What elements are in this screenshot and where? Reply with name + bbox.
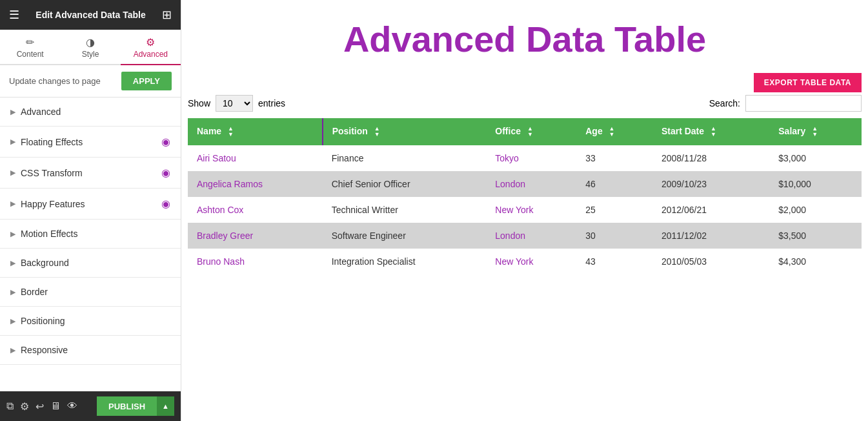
header-office[interactable]: Office ▲▼: [486, 118, 576, 145]
search-label: Search:: [709, 98, 740, 108]
menu-label-happy: Happy Features: [21, 199, 85, 209]
layers-icon[interactable]: ⧉: [6, 400, 14, 412]
cell-age: 30: [576, 223, 652, 249]
publish-dropdown-button[interactable]: ▲: [157, 396, 174, 416]
chevron-icon: ▶: [10, 169, 15, 177]
table-controls: Show 10 25 50 100 entries Search:: [188, 95, 862, 112]
header-start-date-label: Start Date: [661, 126, 704, 136]
tab-advanced-label: Advanced: [134, 50, 168, 59]
header-salary[interactable]: Salary ▲▼: [769, 118, 862, 145]
circle-icon: ◉: [161, 136, 170, 148]
header-age-label: Age: [585, 126, 602, 136]
search-input[interactable]: [745, 95, 862, 112]
menu-item-background[interactable]: ▶ Background: [0, 249, 181, 278]
chevron-icon: ▶: [10, 200, 15, 208]
sort-icon-position: ▲▼: [374, 126, 380, 138]
apply-bar: Update changes to page APPLY: [0, 65, 181, 98]
chevron-icon: ▶: [10, 138, 15, 146]
tab-style[interactable]: ◑ Style: [60, 30, 120, 65]
search-area: Search:: [709, 95, 862, 112]
menu-item-floating-effects[interactable]: ▶ Floating Effects ◉: [0, 127, 181, 158]
table-row: Ashton CoxTechnical WritterNew York25201…: [188, 197, 862, 223]
header-office-label: Office: [495, 126, 521, 136]
cell-office: Tokyo: [486, 145, 576, 171]
export-row: EXPORT TABLE DATA: [188, 73, 862, 92]
table-row: Bruno NashIntegration SpecialistNew York…: [188, 249, 862, 274]
chevron-icon: ▶: [10, 230, 15, 238]
bottom-icons: ⧉ ⚙ ↩ 🖥 👁: [6, 400, 77, 413]
menu-item-border[interactable]: ▶ Border: [0, 278, 181, 307]
page-title-area: Advanced Data Table: [181, 0, 868, 73]
table-row: Bradley GreerSoftware EngineerLondon3020…: [188, 223, 862, 249]
cell-position: Software Engineer: [323, 223, 487, 249]
menu-item-motion-effects[interactable]: ▶ Motion Effects: [0, 220, 181, 249]
show-label: Show: [188, 98, 210, 108]
cell-position: Finance: [323, 145, 487, 171]
table-container: EXPORT TABLE DATA Show 10 25 50 100 entr…: [181, 73, 868, 421]
table-body: Airi SatouFinanceTokyo332008/11/28$3,000…: [188, 145, 862, 274]
entries-select[interactable]: 10 25 50 100: [216, 95, 253, 112]
settings-icon[interactable]: ⚙: [20, 400, 29, 413]
sidebar: ☰ Edit Advanced Data Table ⊞ ✏ Content ◑…: [0, 0, 181, 421]
header-name[interactable]: Name ▲▼: [188, 118, 323, 145]
header-age[interactable]: Age ▲▼: [576, 118, 652, 145]
tab-content[interactable]: ✏ Content: [0, 30, 60, 65]
table-header: Name ▲▼ Position ▲▼ Office ▲▼ Age ▲▼: [188, 118, 862, 145]
bottom-bar: ⧉ ⚙ ↩ 🖥 👁 PUBLISH ▲: [0, 391, 181, 421]
data-table: Name ▲▼ Position ▲▼ Office ▲▼ Age ▲▼: [188, 118, 862, 274]
menu-label-css: CSS Transform: [21, 168, 83, 178]
circle-icon: ◉: [161, 167, 170, 179]
undo-icon[interactable]: ↩: [35, 400, 44, 413]
publish-button[interactable]: PUBLISH: [97, 396, 157, 416]
menu-item-positioning[interactable]: ▶ Positioning: [0, 307, 181, 336]
sort-icon-start-date: ▲▼: [711, 126, 716, 138]
cell-start-date: 2012/06/21: [652, 197, 769, 223]
page-title: Advanced Data Table: [194, 18, 855, 60]
entries-label: entries: [258, 98, 285, 108]
tab-advanced[interactable]: ⚙ Advanced: [121, 30, 181, 65]
menu-label-responsive: Responsive: [21, 345, 68, 355]
export-button[interactable]: EXPORT TABLE DATA: [754, 73, 862, 92]
cell-age: 46: [576, 171, 652, 197]
cell-salary: $3,500: [769, 223, 862, 249]
main-content: Advanced Data Table EXPORT TABLE DATA Sh…: [181, 0, 868, 421]
menu-label-background: Background: [21, 258, 69, 268]
menu-label-advanced: Advanced: [21, 107, 61, 117]
hamburger-icon[interactable]: ☰: [9, 8, 19, 22]
header-name-label: Name: [197, 126, 221, 136]
menu-label-border: Border: [21, 287, 48, 297]
header-start-date[interactable]: Start Date ▲▼: [652, 118, 769, 145]
cell-office: London: [486, 171, 576, 197]
header-position[interactable]: Position ▲▼: [323, 118, 487, 145]
cell-position: Integration Specialist: [323, 249, 487, 274]
tab-content-label: Content: [17, 50, 44, 59]
grid-icon[interactable]: ⊞: [162, 8, 172, 22]
apply-button[interactable]: APPLY: [121, 72, 172, 90]
menu-item-css-transform[interactable]: ▶ CSS Transform ◉: [0, 158, 181, 189]
cell-salary: $3,000: [769, 145, 862, 171]
cell-salary: $4,300: [769, 249, 862, 274]
cell-start-date: 2011/12/02: [652, 223, 769, 249]
desktop-icon[interactable]: 🖥: [50, 400, 61, 412]
menu-item-advanced[interactable]: ▶ Advanced: [0, 98, 181, 127]
menu-item-responsive[interactable]: ▶ Responsive: [0, 336, 181, 365]
sort-icon-name: ▲▼: [228, 126, 234, 138]
cell-name: Bradley Greer: [188, 223, 323, 249]
cell-start-date: 2010/05/03: [652, 249, 769, 274]
menu-item-happy-features[interactable]: ▶ Happy Features ◉: [0, 189, 181, 220]
advanced-icon: ⚙: [146, 36, 155, 48]
menu-label-motion: Motion Effects: [21, 229, 77, 239]
table-row: Airi SatouFinanceTokyo332008/11/28$3,000: [188, 145, 862, 171]
header-row: Name ▲▼ Position ▲▼ Office ▲▼ Age ▲▼: [188, 118, 862, 145]
sidebar-menu: ▶ Advanced ▶ Floating Effects ◉ ▶ CSS Tr…: [0, 98, 181, 391]
sidebar-tabs: ✏ Content ◑ Style ⚙ Advanced: [0, 30, 181, 65]
chevron-icon: ▶: [10, 317, 15, 325]
cell-salary: $10,000: [769, 171, 862, 197]
circle-icon: ◉: [161, 198, 170, 210]
update-text: Update changes to page: [9, 76, 101, 86]
cell-office: London: [486, 223, 576, 249]
content-icon: ✏: [26, 36, 34, 48]
sidebar-header: ☰ Edit Advanced Data Table ⊞: [0, 0, 181, 30]
eye-icon[interactable]: 👁: [67, 400, 77, 412]
table-row: Angelica RamosChief Senior OfficerLondon…: [188, 171, 862, 197]
